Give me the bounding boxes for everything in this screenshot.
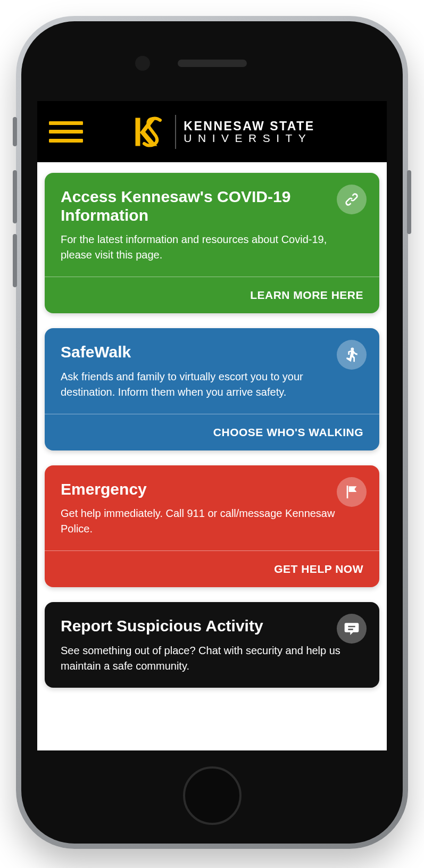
link-icon [337,185,367,214]
card-report-desc: See something out of place? Chat with se… [61,643,363,674]
card-safewalk-desc: Ask friends and family to virtually esco… [61,369,363,400]
menu-button[interactable] [49,121,83,143]
app-screen: KENNESAW STATE UNIVERSITY Access Kennesa… [37,101,387,750]
power-button [407,170,411,234]
card-covid[interactable]: Access Kennesaw's COVID-19 Information F… [45,173,379,313]
mute-switch [13,117,17,146]
app-header: KENNESAW STATE UNIVERSITY [37,101,387,162]
brand-line1: KENNESAW STATE [184,120,314,132]
ksu-logo-icon [129,113,168,151]
walk-icon [337,340,367,370]
earpiece [178,60,247,67]
card-report[interactable]: Report Suspicious Activity See something… [45,602,379,688]
phone-frame-outer: KENNESAW STATE UNIVERSITY Access Kennesa… [16,16,408,849]
brand: KENNESAW STATE UNIVERSITY [96,113,375,151]
brand-divider [175,115,176,149]
card-emergency-cta[interactable]: GET HELP NOW [45,550,379,587]
card-safewalk-cta[interactable]: CHOOSE WHO'S WALKING [45,414,379,450]
volume-down-button [13,234,17,287]
card-emergency[interactable]: Emergency Get help immediately. Call 911… [45,465,379,588]
card-report-title: Report Suspicious Activity [61,617,363,636]
card-covid-desc: For the latest information and resources… [61,232,363,263]
card-safewalk[interactable]: SafeWalk Ask friends and family to virtu… [45,328,379,450]
front-camera [135,56,150,71]
card-emergency-title: Emergency [61,480,363,499]
brand-line2: UNIVERSITY [184,132,314,144]
volume-up-button [13,170,17,223]
chat-icon [337,614,367,644]
card-emergency-desc: Get help immediately. Call 911 or call/m… [61,506,363,537]
home-button [183,766,242,825]
card-safewalk-title: SafeWalk [61,343,363,362]
brand-text: KENNESAW STATE UNIVERSITY [184,120,314,144]
card-covid-cta[interactable]: LEARN MORE HERE [45,277,379,313]
content: Access Kennesaw's COVID-19 Information F… [37,162,387,750]
card-covid-title: Access Kennesaw's COVID-19 Information [61,188,363,224]
phone-frame-inner: KENNESAW STATE UNIVERSITY Access Kennesa… [21,21,403,844]
stage: KENNESAW STATE UNIVERSITY Access Kennesa… [0,0,424,868]
flag-icon [337,477,367,507]
